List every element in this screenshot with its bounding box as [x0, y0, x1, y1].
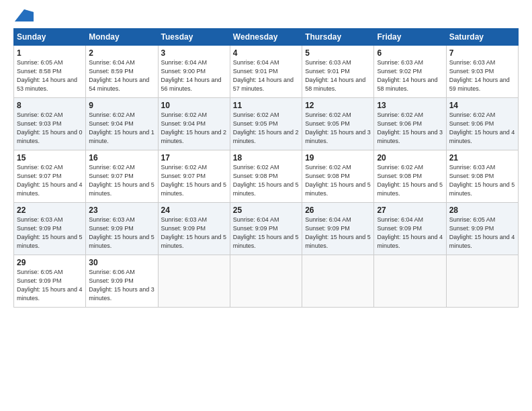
weekday-header-sunday: Sunday — [14, 29, 86, 46]
calendar-cell: 26Sunrise: 6:04 AMSunset: 9:09 PMDayligh… — [302, 203, 374, 255]
day-info: Sunrise: 6:05 AMSunset: 8:58 PMDaylight:… — [17, 58, 83, 93]
day-number: 5 — [305, 48, 371, 58]
day-number: 19 — [305, 153, 371, 163]
day-info: Sunrise: 6:05 AMSunset: 9:09 PMDaylight:… — [449, 216, 515, 250]
calendar-cell: 13Sunrise: 6:02 AMSunset: 9:06 PMDayligh… — [374, 98, 446, 150]
calendar-cell: 16Sunrise: 6:02 AMSunset: 9:07 PMDayligh… — [86, 150, 158, 203]
calendar-table: SundayMondayTuesdayWednesdayThursdayFrid… — [13, 28, 519, 308]
day-info: Sunrise: 6:05 AMSunset: 9:09 PMDaylight:… — [17, 268, 83, 303]
calendar-week-row: 8Sunrise: 6:02 AMSunset: 9:03 PMDaylight… — [14, 98, 519, 150]
day-info: Sunrise: 6:02 AMSunset: 9:07 PMDaylight:… — [89, 163, 154, 198]
day-number: 1 — [17, 48, 83, 58]
calendar-cell: 21Sunrise: 6:03 AMSunset: 9:08 PMDayligh… — [446, 150, 518, 203]
calendar-week-row: 22Sunrise: 6:03 AMSunset: 9:09 PMDayligh… — [14, 203, 519, 255]
day-info: Sunrise: 6:04 AMSunset: 9:01 PMDaylight:… — [233, 58, 299, 93]
day-number: 21 — [449, 153, 515, 163]
calendar-cell: 28Sunrise: 6:05 AMSunset: 9:09 PMDayligh… — [446, 203, 518, 255]
calendar-cell: 2Sunrise: 6:04 AMSunset: 8:59 PMDaylight… — [86, 46, 158, 98]
day-info: Sunrise: 6:03 AMSunset: 9:09 PMDaylight:… — [89, 216, 154, 250]
calendar-cell — [446, 255, 518, 308]
day-info: Sunrise: 6:03 AMSunset: 9:09 PMDaylight:… — [161, 216, 227, 250]
calendar-cell: 22Sunrise: 6:03 AMSunset: 9:09 PMDayligh… — [14, 203, 86, 255]
day-number: 30 — [89, 258, 154, 267]
calendar-week-row: 1Sunrise: 6:05 AMSunset: 8:58 PMDaylight… — [14, 46, 519, 98]
day-info: Sunrise: 6:02 AMSunset: 9:03 PMDaylight:… — [17, 111, 83, 146]
logo-icon — [15, 9, 34, 21]
day-info: Sunrise: 6:02 AMSunset: 9:06 PMDaylight:… — [377, 111, 443, 146]
calendar-cell: 1Sunrise: 6:05 AMSunset: 8:58 PMDaylight… — [14, 46, 86, 98]
day-number: 14 — [449, 101, 515, 110]
day-info: Sunrise: 6:02 AMSunset: 9:07 PMDaylight:… — [17, 163, 83, 198]
day-number: 16 — [89, 153, 154, 163]
calendar-cell: 15Sunrise: 6:02 AMSunset: 9:07 PMDayligh… — [14, 150, 86, 203]
day-number: 17 — [161, 153, 227, 163]
day-info: Sunrise: 6:03 AMSunset: 9:08 PMDaylight:… — [449, 163, 515, 198]
logo — [13, 11, 34, 21]
day-info: Sunrise: 6:03 AMSunset: 9:02 PMDaylight:… — [377, 58, 443, 93]
calendar-cell: 4Sunrise: 6:04 AMSunset: 9:01 PMDaylight… — [230, 46, 302, 98]
day-number: 15 — [17, 153, 83, 163]
day-info: Sunrise: 6:02 AMSunset: 9:08 PMDaylight:… — [233, 163, 299, 198]
calendar-cell: 18Sunrise: 6:02 AMSunset: 9:08 PMDayligh… — [230, 150, 302, 203]
weekday-header-thursday: Thursday — [302, 29, 374, 46]
day-number: 8 — [17, 101, 83, 110]
weekday-header-tuesday: Tuesday — [158, 29, 230, 46]
day-number: 26 — [305, 205, 371, 215]
calendar-cell: 24Sunrise: 6:03 AMSunset: 9:09 PMDayligh… — [158, 203, 230, 255]
calendar-cell: 5Sunrise: 6:03 AMSunset: 9:01 PMDaylight… — [302, 46, 374, 98]
calendar-cell — [374, 255, 446, 308]
calendar-cell: 27Sunrise: 6:04 AMSunset: 9:09 PMDayligh… — [374, 203, 446, 255]
calendar-cell — [158, 255, 230, 308]
day-number: 23 — [89, 205, 154, 215]
day-number: 18 — [233, 153, 299, 163]
day-number: 22 — [17, 205, 83, 215]
day-info: Sunrise: 6:03 AMSunset: 9:03 PMDaylight:… — [449, 58, 515, 93]
day-number: 20 — [377, 153, 443, 163]
calendar-cell — [230, 255, 302, 308]
day-number: 4 — [233, 48, 299, 58]
day-info: Sunrise: 6:02 AMSunset: 9:06 PMDaylight:… — [449, 111, 515, 146]
day-number: 7 — [449, 48, 515, 58]
day-info: Sunrise: 6:02 AMSunset: 9:04 PMDaylight:… — [89, 111, 154, 146]
day-info: Sunrise: 6:02 AMSunset: 9:08 PMDaylight:… — [305, 163, 371, 198]
weekday-header-saturday: Saturday — [446, 29, 518, 46]
calendar-cell — [302, 255, 374, 308]
weekday-header-friday: Friday — [374, 29, 446, 46]
calendar-week-row: 15Sunrise: 6:02 AMSunset: 9:07 PMDayligh… — [14, 150, 519, 203]
day-info: Sunrise: 6:03 AMSunset: 9:01 PMDaylight:… — [305, 58, 371, 93]
calendar-week-row: 29Sunrise: 6:05 AMSunset: 9:09 PMDayligh… — [14, 255, 519, 308]
day-info: Sunrise: 6:02 AMSunset: 9:07 PMDaylight:… — [161, 163, 227, 198]
calendar-cell: 30Sunrise: 6:06 AMSunset: 9:09 PMDayligh… — [86, 255, 158, 308]
day-number: 24 — [161, 205, 227, 215]
svg-marker-1 — [15, 9, 34, 21]
day-number: 2 — [89, 48, 154, 58]
day-number: 9 — [89, 101, 154, 110]
calendar-cell: 14Sunrise: 6:02 AMSunset: 9:06 PMDayligh… — [446, 98, 518, 150]
calendar-cell: 6Sunrise: 6:03 AMSunset: 9:02 PMDaylight… — [374, 46, 446, 98]
day-info: Sunrise: 6:06 AMSunset: 9:09 PMDaylight:… — [89, 268, 154, 303]
day-info: Sunrise: 6:04 AMSunset: 9:09 PMDaylight:… — [233, 216, 299, 250]
day-info: Sunrise: 6:02 AMSunset: 9:05 PMDaylight:… — [233, 111, 299, 146]
day-info: Sunrise: 6:02 AMSunset: 9:04 PMDaylight:… — [161, 111, 227, 146]
weekday-header-wednesday: Wednesday — [230, 29, 302, 46]
day-info: Sunrise: 6:04 AMSunset: 9:09 PMDaylight:… — [305, 216, 371, 250]
weekday-header-monday: Monday — [86, 29, 158, 46]
day-number: 11 — [233, 101, 299, 110]
header — [13, 11, 519, 21]
day-info: Sunrise: 6:03 AMSunset: 9:09 PMDaylight:… — [17, 216, 83, 250]
calendar-cell: 25Sunrise: 6:04 AMSunset: 9:09 PMDayligh… — [230, 203, 302, 255]
day-number: 10 — [161, 101, 227, 110]
day-number: 12 — [305, 101, 371, 110]
calendar-cell: 23Sunrise: 6:03 AMSunset: 9:09 PMDayligh… — [86, 203, 158, 255]
calendar-cell: 8Sunrise: 6:02 AMSunset: 9:03 PMDaylight… — [14, 98, 86, 150]
day-info: Sunrise: 6:04 AMSunset: 9:00 PMDaylight:… — [161, 58, 227, 93]
calendar-cell: 3Sunrise: 6:04 AMSunset: 9:00 PMDaylight… — [158, 46, 230, 98]
day-info: Sunrise: 6:04 AMSunset: 9:09 PMDaylight:… — [377, 216, 443, 250]
day-number: 6 — [377, 48, 443, 58]
day-info: Sunrise: 6:04 AMSunset: 8:59 PMDaylight:… — [89, 58, 154, 93]
calendar-cell: 19Sunrise: 6:02 AMSunset: 9:08 PMDayligh… — [302, 150, 374, 203]
day-number: 13 — [377, 101, 443, 110]
calendar-body: 1Sunrise: 6:05 AMSunset: 8:58 PMDaylight… — [14, 46, 519, 308]
calendar-cell: 20Sunrise: 6:02 AMSunset: 9:08 PMDayligh… — [374, 150, 446, 203]
weekday-header-row: SundayMondayTuesdayWednesdayThursdayFrid… — [14, 29, 519, 46]
